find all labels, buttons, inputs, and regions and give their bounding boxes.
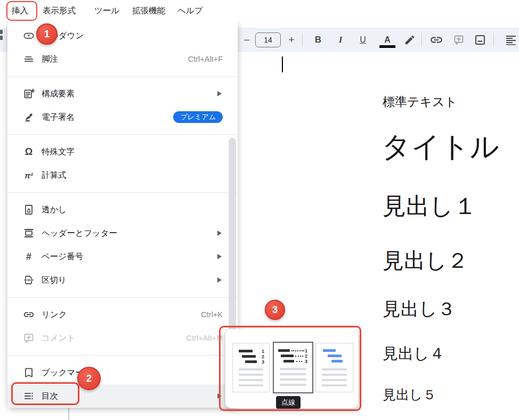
menu-item-watermark[interactable]: 透かし [7,198,238,221]
page-break-icon [22,274,35,286]
toc-option-page-numbers[interactable]: 1 2 3 [232,343,270,392]
building-blocks-icon [22,87,35,100]
toc-thumb-page-number: 2 [305,354,307,359]
header-footer-icon [22,227,35,240]
menu-item-label: 脚注 [42,54,58,65]
toc-thumb-link-bar [328,355,342,357]
toc-thumb-text-bar [280,384,306,386]
align-left-button[interactable] [501,28,519,52]
bold-button[interactable]: B [311,28,325,52]
highlighter-button[interactable] [402,28,418,52]
toc-thumb-page-number: 1 [305,349,307,353]
toc-thumb-text-bar [322,368,347,370]
page-edge-line [68,407,69,420]
comment-icon [22,332,35,344]
doc-heading-2: 見出し２ [383,246,468,275]
submenu-arrow-icon [217,230,222,236]
toc-thumb-heading-bar [281,355,294,357]
menu-item-page-numbers[interactable]: # ページ番号 [7,245,238,268]
add-comment-icon [452,34,465,46]
toc-thumb-heading-bar [245,360,257,363]
text-color-swatch [379,45,395,48]
submenu-arrow-icon [217,277,222,283]
toc-thumb-heading-bar [239,350,253,352]
toc-thumb-text-bar [322,384,347,386]
toc-thumb-text-bar [322,379,347,381]
menu-tools[interactable]: ツール [94,0,119,21]
menu-item-label: 区切り [42,275,67,286]
font-size-input[interactable]: 14 [255,32,281,47]
google-docs-screen: 挿入 表示形式 ツール 拡張機能 ヘルプ − 14 + B I U A [0,0,519,420]
submenu-arrow-icon [217,91,222,96]
menu-item-footnote[interactable]: 脚注 Ctrl+Alt+F [7,47,238,71]
hash-icon: # [22,250,35,263]
doc-heading-1: 見出し１ [383,191,477,222]
menu-item-esignature[interactable]: 電子署名 プレミアム [7,105,238,129]
toc-thumb-dot-leader [296,361,302,362]
menu-format[interactable]: 表示形式 [43,0,76,21]
menu-extensions[interactable]: 拡張機能 [132,0,165,21]
toc-option-links[interactable] [315,343,353,392]
menu-item-equation[interactable]: π² 計算式 [7,163,238,187]
footnote-icon [22,53,35,65]
step-badge-3: 3 [265,300,285,320]
menu-item-link[interactable]: リンク Ctrl+K [7,303,238,326]
add-comment-button[interactable] [451,28,467,52]
clipped-icon-fragment [0,30,3,34]
menu-item-break[interactable]: 区切り [7,268,238,292]
clipped-icon-fragment [0,36,3,40]
menu-item-label: 計算式 [42,170,67,181]
menu-item-label: 目次 [42,391,58,402]
toolbar-divider [493,33,494,47]
doc-title: タイトル [382,128,499,167]
menu-item-bookmark[interactable]: ブックマーク [7,361,238,384]
menu-divider [7,297,238,298]
toc-thumb-heading-bar [278,349,290,352]
menu-item-shortcut: Ctrl+Alt+M [186,334,223,342]
decrease-font-size-button[interactable]: − [240,28,254,52]
insert-link-button[interactable] [428,28,444,52]
toc-thumb-link-bar [323,349,336,352]
toc-thumb-page-number: 2 [262,355,264,359]
link-icon [429,33,443,47]
toc-thumb-text-bar [239,379,263,381]
menu-item-label: 透かし [42,204,67,216]
toc-thumb-page-number: 1 [262,349,264,354]
insert-image-button[interactable] [472,28,488,52]
menu-item-building-blocks[interactable]: 構成要素 [7,82,238,105]
increase-font-size-button[interactable]: + [285,28,298,52]
toc-thumb-heading-bar [283,360,294,363]
menu-item-special-characters[interactable]: Ω 特殊文字 [7,140,238,163]
toc-thumb-text-bar [280,373,306,375]
omega-icon: Ω [22,145,35,158]
menu-item-label: 特殊文字 [42,146,75,158]
menu-divider [7,192,238,193]
toc-thumb-text-bar [280,378,306,381]
submenu-arrow-icon [217,254,222,259]
menu-item-label: ヘッダーとフッター [42,228,117,239]
toc-option-dotted[interactable]: 1 2 3 [273,342,313,393]
text-color-button[interactable]: A [378,28,396,55]
doc-normal-text: 標準テキスト [383,94,457,110]
watermark-icon [22,203,35,216]
menu-divider [7,355,238,356]
equation-icon: π² [22,169,35,182]
underline-button[interactable]: U [356,28,370,52]
esignature-icon [22,111,35,123]
toc-thumb-text-bar [239,384,263,386]
menu-item-label: ページ番号 [42,251,83,262]
menu-bar: 挿入 表示形式 ツール 拡張機能 ヘルプ [0,0,519,21]
step-badge-2: 2 [77,367,101,390]
menu-help[interactable]: ヘルプ [177,0,203,21]
menu-item-comment: コメント Ctrl+Alt+M [7,326,238,350]
image-icon [474,34,486,46]
menu-divider [7,134,238,135]
menu-item-headers-footers[interactable]: ヘッダーとフッター [7,221,238,245]
italic-button[interactable]: I [334,28,347,52]
menu-item-table-of-contents[interactable]: 目次 [7,384,238,408]
menu-insert[interactable]: 挿入 [12,0,28,21]
menu-item-shortcut: Ctrl+Alt+F [188,55,223,63]
doc-heading-3: 見出し３ [383,297,456,322]
menu-item-label: リンク [42,309,67,320]
insert-menu-dropdown: プルダウン 脚注 Ctrl+Alt+F 構成要素 電子署名 プレミアム [7,21,238,408]
